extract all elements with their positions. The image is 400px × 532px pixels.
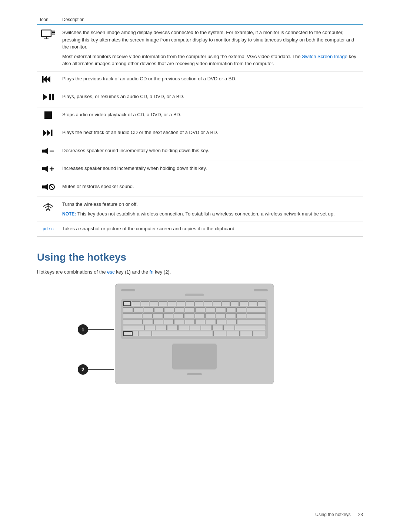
col-header-icon: Icon: [37, 15, 59, 25]
icon-cell-stop: [37, 107, 59, 125]
section-heading: Using the hotkeys: [37, 251, 363, 263]
vol-up-icon: [41, 165, 55, 173]
callout-1-line: [88, 329, 114, 330]
wireless-desc-text: Turns the wireless feature on or off.: [62, 201, 360, 208]
icon-cell-next-track: [37, 125, 59, 143]
desc-cell-play-pause: Plays, pauses, or resumes an audio CD, a…: [59, 89, 363, 107]
svg-rect-15: [51, 130, 53, 136]
svg-marker-7: [47, 76, 50, 83]
desc-text-2: Most external monitors receive video inf…: [62, 53, 360, 67]
svg-marker-16: [42, 148, 48, 154]
svg-marker-13: [43, 130, 47, 136]
icon-cell-prev-track: [37, 71, 59, 89]
next-track-icon: [42, 129, 54, 137]
icon-cell-monitor: [37, 25, 59, 71]
icon-cell-wireless: [37, 197, 59, 221]
keyboard-diagram-container: 1 2: [37, 284, 363, 384]
svg-point-24: [47, 203, 49, 205]
icon-cell-vol-up: [37, 161, 59, 179]
wireless-icon: [41, 201, 55, 211]
wireless-note: NOTE: This key does not establish a wire…: [62, 210, 360, 218]
icon-cell-play-pause: [37, 89, 59, 107]
svg-marker-21: [42, 184, 48, 190]
table-row: Plays the next track of an audio CD or t…: [37, 125, 363, 143]
callout-2-line: [88, 369, 114, 370]
stop-icon: [44, 111, 52, 119]
monitor-icon: [41, 29, 55, 39]
table-row: Plays, pauses, or resumes an audio CD, a…: [37, 89, 363, 107]
touchpad: [172, 344, 217, 369]
footer-label: Using the hotkeys: [315, 512, 350, 517]
prtsc-label: prt sc: [43, 226, 53, 231]
desc-cell-stop: Stops audio or video playback of a CD, a…: [59, 107, 363, 125]
vol-down-icon: [41, 147, 55, 155]
desc-cell-wireless: Turns the wireless feature on or off. NO…: [59, 197, 363, 221]
play-pause-icon: [42, 93, 54, 101]
desc-text-1: Switches the screen image among display …: [62, 29, 360, 51]
desc-cell-vol-up: Increases speaker sound incrementally wh…: [59, 161, 363, 179]
icon-cell-prtsc: prt sc: [37, 221, 59, 237]
table-row: Turns the wireless feature on or off. NO…: [37, 197, 363, 221]
desc-cell-prev-track: Plays the previous track of an audio CD …: [59, 71, 363, 89]
desc-cell-prtsc: Takes a snapshot or picture of the compu…: [59, 221, 363, 237]
svg-rect-12: [44, 111, 52, 119]
page-footer: Using the hotkeys 23: [315, 512, 363, 517]
callout-2: 2: [78, 364, 114, 375]
svg-rect-0: [41, 30, 51, 37]
table-row: Stops audio or video playback of a CD, a…: [37, 107, 363, 125]
keyboard-box: [115, 284, 274, 384]
table-row: Switches the screen image among display …: [37, 25, 363, 71]
note-text: This key does not establish a wireless c…: [77, 211, 335, 217]
table-row: Increases speaker sound incrementally wh…: [37, 161, 363, 179]
esc-link[interactable]: esc: [107, 269, 114, 275]
svg-line-23: [50, 185, 54, 189]
footer-page: 23: [358, 512, 363, 517]
svg-marker-18: [42, 165, 48, 172]
svg-rect-10: [49, 94, 51, 100]
col-header-description: Description: [59, 15, 363, 25]
callout-2-circle: 2: [78, 364, 88, 375]
note-label: NOTE:: [62, 211, 76, 217]
switch-screen-image-link[interactable]: Switch Screen Image: [302, 54, 347, 59]
icon-cell-vol-down: [37, 143, 59, 161]
svg-marker-14: [47, 130, 50, 136]
desc-cell-vol-down: Decreases speaker sound incrementally wh…: [59, 143, 363, 161]
icon-cell-mute: [37, 179, 59, 197]
fn-link[interactable]: fn: [150, 269, 154, 275]
icon-description-table: Icon Description Switches the screen ima…: [37, 15, 363, 237]
desc-cell-mute: Mutes or restores speaker sound.: [59, 179, 363, 197]
svg-marker-9: [43, 94, 47, 100]
mute-icon: [41, 183, 55, 191]
svg-rect-11: [52, 94, 54, 100]
svg-rect-8: [42, 76, 44, 83]
desc-cell-monitor: Switches the screen image among display …: [59, 25, 363, 71]
table-row: Plays the previous track of an audio CD …: [37, 71, 363, 89]
prev-track-icon: [42, 75, 54, 83]
table-row: prt sc Takes a snapshot or picture of th…: [37, 221, 363, 237]
callout-1: 1: [78, 324, 114, 335]
callout-1-circle: 1: [78, 324, 88, 335]
desc-cell-next-track: Plays the next track of an audio CD or t…: [59, 125, 363, 143]
table-row: Mutes or restores speaker sound.: [37, 179, 363, 197]
table-row: Decreases speaker sound incrementally wh…: [37, 143, 363, 161]
hotkeys-intro: Hotkeys are combinations of the esc key …: [37, 269, 363, 275]
